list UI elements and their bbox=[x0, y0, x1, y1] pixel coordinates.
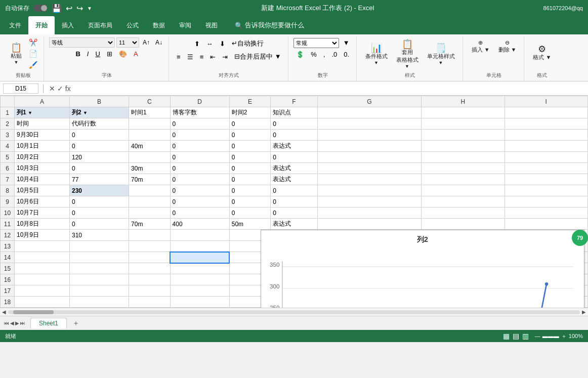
cell-F6[interactable]: 表达式 bbox=[271, 163, 317, 174]
col-header-E[interactable]: E bbox=[229, 96, 271, 107]
cell-F9[interactable]: 0 bbox=[271, 196, 317, 207]
cell-A9[interactable]: 10月6日 bbox=[15, 196, 70, 207]
cell-C5[interactable] bbox=[129, 152, 171, 163]
font-size-select[interactable]: 11 bbox=[116, 37, 139, 48]
formula-insert-function-button[interactable]: fx bbox=[65, 85, 71, 93]
cell-G8[interactable] bbox=[317, 185, 421, 196]
cell-D15[interactable] bbox=[170, 263, 229, 274]
cell-B14[interactable] bbox=[69, 252, 129, 263]
cell-G7[interactable] bbox=[317, 174, 421, 185]
sheet-tab-add-button[interactable]: ＋ bbox=[68, 317, 84, 330]
undo-icon[interactable]: ↩ bbox=[66, 4, 72, 13]
cell-A16[interactable] bbox=[15, 274, 70, 285]
cell-E8[interactable]: 0 bbox=[229, 185, 271, 196]
col-header-C[interactable]: C bbox=[129, 96, 171, 107]
cell-G11[interactable] bbox=[317, 219, 421, 230]
cell-D16[interactable] bbox=[170, 274, 229, 285]
cell-F10[interactable]: 0 bbox=[271, 207, 317, 219]
menu-home[interactable]: 开始 bbox=[28, 16, 55, 34]
scroll-thumb[interactable] bbox=[13, 310, 54, 314]
cell-D6[interactable]: 0 bbox=[170, 163, 229, 174]
cell-G1[interactable] bbox=[317, 107, 421, 118]
cell-E11[interactable]: 50m bbox=[229, 219, 271, 230]
cell-C4[interactable]: 40m bbox=[129, 141, 171, 152]
cell-C7[interactable]: 70m bbox=[129, 174, 171, 185]
cell-I6[interactable] bbox=[505, 163, 587, 174]
cell-E7[interactable]: 0 bbox=[229, 174, 271, 185]
cell-I8[interactable] bbox=[505, 185, 587, 196]
cell-D8[interactable]: 0 bbox=[170, 185, 229, 196]
cell-A8[interactable]: 10月5日 bbox=[15, 185, 70, 196]
cell-H3[interactable] bbox=[422, 130, 505, 141]
fill-color-button[interactable]: 🎨 bbox=[116, 49, 130, 59]
percent-button[interactable]: % bbox=[308, 49, 319, 60]
format-painter-button[interactable]: 🖌️ bbox=[27, 60, 39, 70]
copy-button[interactable]: 📄 bbox=[27, 49, 39, 59]
cell-style-button[interactable]: 🗒️ 单元格样式 ▼ bbox=[424, 39, 458, 69]
cell-D10[interactable]: 0 bbox=[170, 207, 229, 219]
cell-C17[interactable] bbox=[129, 285, 171, 297]
menu-view[interactable]: 视图 bbox=[198, 16, 225, 34]
cell-I7[interactable] bbox=[505, 174, 587, 185]
cell-A13[interactable] bbox=[15, 241, 70, 252]
merge-center-button[interactable]: ⊟合并后居中 ▼ bbox=[232, 51, 283, 63]
cell-C6[interactable]: 30m bbox=[129, 163, 171, 174]
font-family-select[interactable]: 等线 bbox=[49, 37, 115, 48]
chart-container[interactable]: 列2 0 50 100 150 200 250 300 350 bbox=[261, 230, 584, 308]
cell-C8[interactable] bbox=[129, 185, 171, 196]
cell-F4[interactable]: 表达式 bbox=[271, 141, 317, 152]
cell-D4[interactable]: 0 bbox=[170, 141, 229, 152]
format-button[interactable]: ⚙ 格式 ▼ bbox=[529, 37, 555, 68]
cell-D1[interactable]: 博客字数 bbox=[170, 107, 229, 118]
cell-D17[interactable] bbox=[170, 285, 229, 297]
scroll-left-button[interactable]: ◀ bbox=[2, 309, 6, 315]
cell-B18[interactable] bbox=[69, 297, 129, 308]
sheet-nav-first[interactable]: ⏮ bbox=[4, 320, 9, 326]
sheet-tab-nav[interactable]: ⏮ ◀ ▶ ⏭ bbox=[4, 320, 25, 326]
cell-A15[interactable] bbox=[15, 263, 70, 274]
cell-C18[interactable] bbox=[129, 297, 171, 308]
cell-B15[interactable] bbox=[69, 263, 129, 274]
cell-G2[interactable] bbox=[317, 118, 421, 130]
cell-B1[interactable]: 列2 ▼ bbox=[69, 107, 129, 118]
cell-A1[interactable]: 列1 ▼ bbox=[15, 107, 70, 118]
cell-H10[interactable] bbox=[422, 207, 505, 219]
cell-F5[interactable]: 0 bbox=[271, 152, 317, 163]
cell-D5[interactable]: 0 bbox=[170, 152, 229, 163]
align-middle-button[interactable]: ↔ bbox=[204, 38, 216, 49]
cell-A12[interactable]: 10月9日 bbox=[15, 230, 70, 241]
cell-H7[interactable] bbox=[422, 174, 505, 185]
autosave-toggle[interactable] bbox=[33, 5, 48, 12]
cell-B6[interactable]: 0 bbox=[69, 163, 129, 174]
cell-E3[interactable]: 0 bbox=[229, 130, 271, 141]
cell-G5[interactable] bbox=[317, 152, 421, 163]
sheet-nav-last[interactable]: ⏭ bbox=[20, 320, 25, 326]
cell-E4[interactable]: 0 bbox=[229, 141, 271, 152]
cell-I2[interactable] bbox=[505, 118, 587, 130]
cell-C3[interactable] bbox=[129, 130, 171, 141]
cell-B17[interactable] bbox=[69, 285, 129, 297]
cell-D18[interactable] bbox=[170, 297, 229, 308]
cell-A11[interactable]: 10月8日 bbox=[15, 219, 70, 230]
cell-I3[interactable] bbox=[505, 130, 587, 141]
menu-insert[interactable]: 插入 bbox=[55, 16, 81, 34]
font-color-button[interactable]: A bbox=[131, 49, 141, 59]
cell-C16[interactable] bbox=[129, 274, 171, 285]
formula-confirm-button[interactable]: ✓ bbox=[57, 85, 63, 93]
scroll-right-button[interactable]: ▶ bbox=[582, 309, 586, 315]
cell-I1[interactable] bbox=[505, 107, 587, 118]
cell-D13[interactable] bbox=[170, 241, 229, 252]
cell-C14[interactable] bbox=[129, 252, 171, 263]
zoom-slider[interactable]: ▬▬▬ bbox=[542, 333, 559, 339]
delete-button[interactable]: ⊖ 删除 ▼ bbox=[495, 37, 520, 56]
cell-H11[interactable] bbox=[422, 219, 505, 230]
align-left-button[interactable]: ≡ bbox=[174, 52, 183, 62]
cell-A18[interactable] bbox=[15, 297, 70, 308]
page-break-view-icon[interactable]: ▥ bbox=[522, 332, 529, 340]
scroll-track[interactable] bbox=[8, 310, 580, 314]
font-decrease-button[interactable]: A↓ bbox=[153, 38, 164, 47]
cell-A4[interactable]: 10月1日 bbox=[15, 141, 70, 152]
cell-H8[interactable] bbox=[422, 185, 505, 196]
cell-C15[interactable] bbox=[129, 263, 171, 274]
cell-A6[interactable]: 10月3日 bbox=[15, 163, 70, 174]
